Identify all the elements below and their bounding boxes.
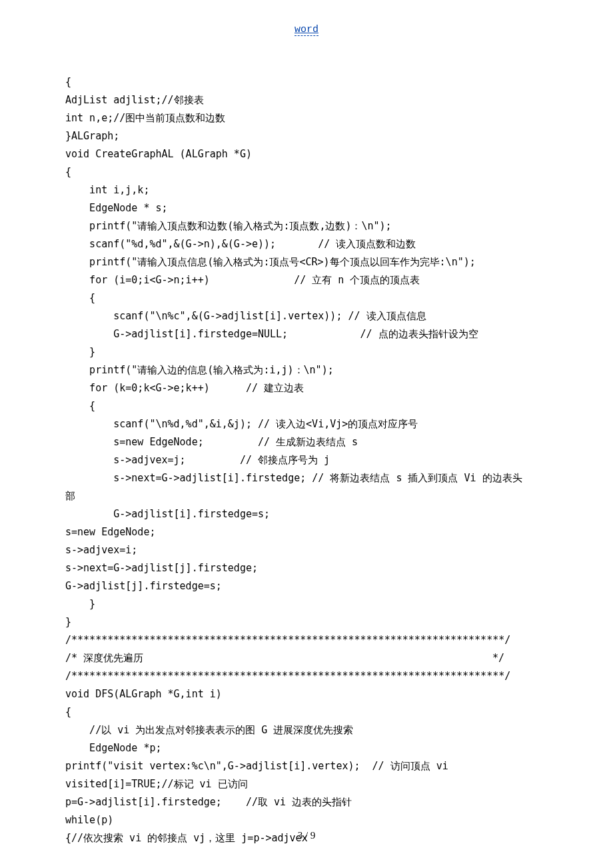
code-line: scanf("%d,%d",&(G->n),&(G->e)); // 读入顶点数…	[65, 235, 555, 253]
code-line: {	[65, 289, 555, 307]
code-line: G->adjlist[i].firstedge=NULL; // 点的边表头指针…	[65, 325, 555, 343]
code-line: for (i=0;i<G->n;i++) // 立有 n 个顶点的顶点表	[65, 271, 555, 289]
code-line: for (k=0;k<G->e;k++) // 建立边表	[65, 379, 555, 397]
code-line: s->adjvex=i;	[65, 541, 555, 559]
code-line: visited[i]=TRUE;//标记 vi 已访问	[65, 775, 555, 793]
code-line: {	[65, 397, 555, 415]
code-line: AdjList adjlist;//邻接表	[65, 91, 555, 109]
code-line: void DFS(ALGraph *G,int i)	[65, 685, 555, 703]
code-line: {	[65, 73, 555, 91]
code-line: EdgeNode *p;	[65, 739, 555, 757]
header-link[interactable]: word	[295, 24, 318, 36]
code-line: G->adjlist[j].firstedge=s;	[65, 577, 555, 595]
code-line: s->adjvex=j; // 邻接点序号为 j	[65, 451, 555, 469]
code-line: scanf("\n%c",&(G->adjlist[i].vertex)); /…	[65, 307, 555, 325]
code-line: {	[65, 703, 555, 721]
code-line: G->adjlist[i].firstedge=s;	[65, 505, 555, 523]
code-line: /* 深度优先遍历 */	[65, 649, 555, 667]
code-line: /***************************************…	[65, 631, 555, 649]
code-line: 部	[65, 487, 555, 505]
code-line: s=new EdgeNode;	[65, 523, 555, 541]
code-line: printf("请输入顶点信息(输入格式为:顶点号<CR>)每个顶点以回车作为完…	[65, 253, 555, 271]
code-content: {AdjList adjlist;//邻接表int n,e;//图中当前顶点数和…	[65, 73, 555, 847]
code-line: }	[65, 613, 555, 631]
code-line: s=new EdgeNode; // 生成新边表结点 s	[65, 433, 555, 451]
code-line: printf("visit vertex:%c\n",G->adjlist[i]…	[65, 757, 555, 775]
code-line: }	[65, 595, 555, 613]
page-footer: 3 / 9	[0, 827, 613, 845]
code-line: s->next=G->adjlist[i].firstedge; // 将新边表…	[65, 469, 555, 487]
code-line: int i,j,k;	[65, 181, 555, 199]
code-line: EdgeNode * s;	[65, 199, 555, 217]
page-number: 3 / 9	[298, 830, 316, 841]
code-line: printf("请输入顶点数和边数(输入格式为:顶点数,边数)：\n");	[65, 217, 555, 235]
code-line: /***************************************…	[65, 667, 555, 685]
code-line: printf("请输入边的信息(输入格式为:i,j)：\n");	[65, 361, 555, 379]
code-line: {	[65, 163, 555, 181]
code-line: //以 vi 为出发点对邻接表表示的图 G 进展深度优先搜索	[65, 721, 555, 739]
page-header: word	[0, 20, 613, 39]
code-line: int n,e;//图中当前顶点数和边数	[65, 109, 555, 127]
code-line: }ALGraph;	[65, 127, 555, 145]
code-line: s->next=G->adjlist[j].firstedge;	[65, 559, 555, 577]
code-line: }	[65, 343, 555, 361]
code-line: void CreateGraphAL (ALGraph *G)	[65, 145, 555, 163]
code-line: p=G->adjlist[i].firstedge; //取 vi 边表的头指针	[65, 793, 555, 811]
code-line: scanf("\n%d,%d",&i,&j); // 读入边<Vi,Vj>的顶点…	[65, 415, 555, 433]
